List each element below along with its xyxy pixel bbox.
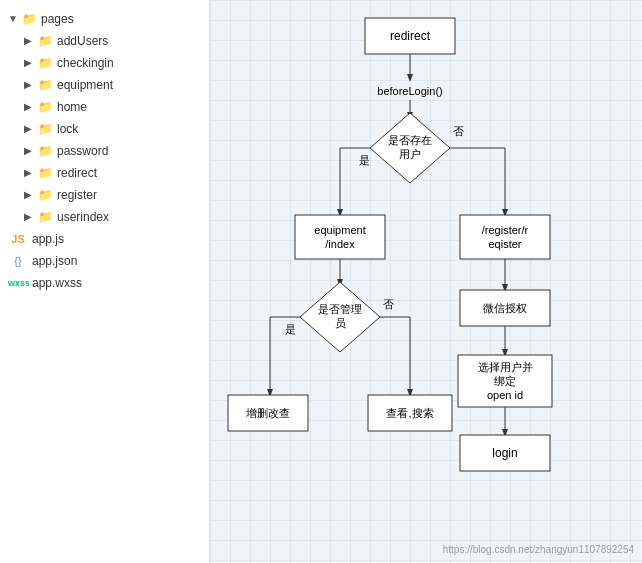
sidebar-item-addUsers[interactable]: ▶ 📁 addUsers — [0, 30, 209, 52]
node-selectuser2: 绑定 — [494, 375, 516, 387]
no1-label: 否 — [453, 125, 464, 137]
folder-icon: 📁 — [38, 208, 53, 226]
main-area: redirect beforeLogin() 是否存在 用户 是 否 equip… — [210, 0, 642, 563]
sidebar-label: checkingin — [57, 54, 114, 72]
node-redirect: redirect — [390, 29, 431, 43]
node-register1: /register/r — [482, 224, 529, 236]
folder-icon: 📁 — [38, 186, 53, 204]
sidebar: ▼ 📁 pages ▶ 📁 addUsers ▶ 📁 checkingin ▶ … — [0, 0, 210, 563]
sidebar-root-pages[interactable]: ▼ 📁 pages — [0, 8, 209, 30]
node-selectuser3: open id — [487, 389, 523, 401]
yes2-label: 是 — [285, 323, 296, 335]
diamond1-label1: 是否存在 — [388, 134, 432, 146]
node-addedit: 增删改查 — [245, 407, 290, 419]
sidebar-item-userindex[interactable]: ▶ 📁 userindex — [0, 206, 209, 228]
wxss-icon: wxss — [8, 274, 28, 292]
folder-icon: 📁 — [38, 98, 53, 116]
folder-icon: 📁 — [38, 54, 53, 72]
sidebar-label: lock — [57, 120, 78, 138]
js-icon: JS — [8, 230, 28, 248]
sidebar-label: home — [57, 98, 87, 116]
sidebar-label: app.json — [32, 252, 77, 270]
sidebar-item-redirect[interactable]: ▶ 📁 redirect — [0, 162, 209, 184]
node-equipment2: /index — [325, 238, 355, 250]
sidebar-label: app.wxss — [32, 274, 82, 292]
sidebar-item-home[interactable]: ▶ 📁 home — [0, 96, 209, 118]
sidebar-label: equipment — [57, 76, 113, 94]
diamond1-label2: 用户 — [399, 148, 421, 160]
svg-rect-8 — [460, 215, 550, 259]
folder-icon: 📁 — [38, 164, 53, 182]
diamond2-label2: 员 — [335, 317, 346, 329]
sidebar-item-checkingin[interactable]: ▶ 📁 checkingin — [0, 52, 209, 74]
folder-icon: 📁 — [38, 142, 53, 160]
sidebar-file-appjs[interactable]: JS app.js — [0, 228, 209, 250]
sidebar-label: userindex — [57, 208, 109, 226]
node-register2: eqister — [488, 238, 521, 250]
folder-icon: 📁 — [22, 10, 37, 28]
node-selectuser1: 选择用户并 — [478, 361, 533, 373]
arrow-icon: ▼ — [8, 10, 20, 28]
json-icon: {} — [8, 252, 28, 270]
arrow-icon: ▶ — [24, 54, 36, 72]
watermark: https://blog.csdn.net/zhangyun1107892254 — [443, 544, 634, 555]
sidebar-item-password[interactable]: ▶ 📁 password — [0, 140, 209, 162]
arrow-icon: ▶ — [24, 208, 36, 226]
arrow-icon: ▶ — [24, 76, 36, 94]
sidebar-file-appwxss[interactable]: wxss app.wxss — [0, 272, 209, 294]
arrow-icon: ▶ — [24, 32, 36, 50]
flowchart-svg: redirect beforeLogin() 是否存在 用户 是 否 equip… — [210, 0, 642, 563]
folder-icon: 📁 — [38, 120, 53, 138]
svg-rect-5 — [295, 215, 385, 259]
node-login: login — [492, 446, 517, 460]
node-beforelogin: beforeLogin() — [377, 85, 442, 97]
sidebar-label: password — [57, 142, 108, 160]
diamond2-label1: 是否管理 — [318, 303, 362, 315]
arrow-icon: ▶ — [24, 186, 36, 204]
sidebar-label: redirect — [57, 164, 97, 182]
arrow-icon: ▶ — [24, 142, 36, 160]
sidebar-label-pages: pages — [41, 10, 74, 28]
folder-icon: 📁 — [38, 76, 53, 94]
arrow-icon: ▶ — [24, 164, 36, 182]
sidebar-item-register[interactable]: ▶ 📁 register — [0, 184, 209, 206]
node-equipment1: equipment — [314, 224, 365, 236]
sidebar-item-equipment[interactable]: ▶ 📁 equipment — [0, 74, 209, 96]
sidebar-item-lock[interactable]: ▶ 📁 lock — [0, 118, 209, 140]
node-wechatauth: 微信授权 — [483, 302, 527, 314]
no2-label: 否 — [383, 298, 394, 310]
arrow-icon: ▶ — [24, 120, 36, 138]
sidebar-label: register — [57, 186, 97, 204]
sidebar-label: app.js — [32, 230, 64, 248]
node-viewsearch: 查看,搜索 — [386, 407, 433, 419]
folder-icon: 📁 — [38, 32, 53, 50]
yes1-label: 是 — [359, 154, 370, 166]
arrow-icon: ▶ — [24, 98, 36, 116]
sidebar-file-appjson[interactable]: {} app.json — [0, 250, 209, 272]
sidebar-label: addUsers — [57, 32, 108, 50]
